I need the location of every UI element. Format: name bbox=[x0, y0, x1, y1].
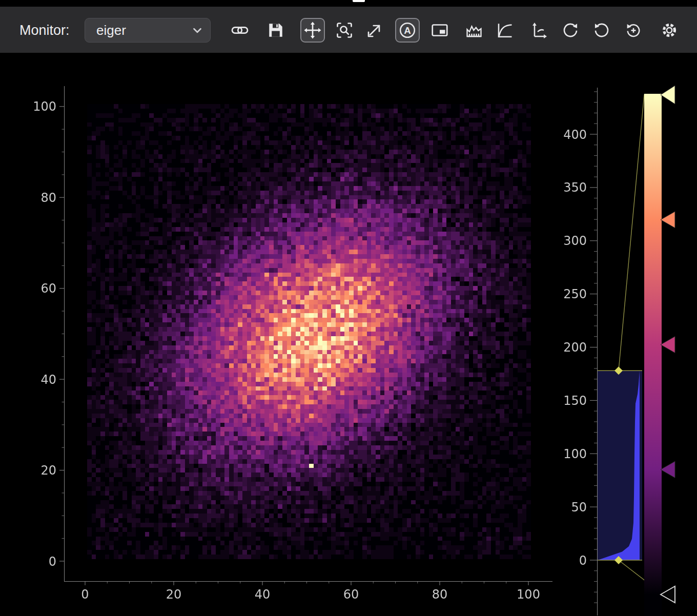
y-tick-label: 0 bbox=[49, 555, 56, 569]
gradient-tick[interactable] bbox=[661, 337, 675, 353]
x-tick-label: 100 bbox=[517, 587, 540, 602]
toolbar: Monitor: eiger A bbox=[0, 7, 697, 54]
auto-scale-button[interactable]: A bbox=[395, 18, 420, 43]
lut-gradient-bar[interactable] bbox=[644, 94, 662, 616]
link-button[interactable] bbox=[228, 18, 252, 43]
monitor-dropdown[interactable]: eiger bbox=[85, 18, 211, 43]
frame-button[interactable] bbox=[427, 18, 452, 43]
curve-button[interactable] bbox=[493, 18, 517, 43]
save-button[interactable] bbox=[263, 18, 288, 43]
gradient-tick[interactable] bbox=[661, 86, 675, 104]
window-top-strip bbox=[0, 0, 697, 7]
expand-button[interactable] bbox=[362, 18, 387, 43]
svg-text:A: A bbox=[404, 25, 411, 36]
x-tick-label: 80 bbox=[432, 587, 448, 602]
lut-tick-label: 200 bbox=[563, 340, 587, 355]
top-accent-line bbox=[353, 0, 365, 2]
lut-tick-label: 150 bbox=[563, 394, 587, 408]
gradient-tick[interactable] bbox=[661, 212, 675, 228]
pan-button[interactable] bbox=[300, 18, 325, 43]
zoom-region-button[interactable] bbox=[332, 18, 357, 43]
rotate-add-button[interactable] bbox=[621, 18, 646, 43]
x-tick-label: 60 bbox=[343, 587, 359, 602]
plot-overlay: 0204060801000204060801000501001502002503… bbox=[0, 0, 697, 616]
y-tick-label: 80 bbox=[40, 191, 56, 205]
chevron-down-icon bbox=[191, 24, 204, 37]
axes-button[interactable] bbox=[527, 18, 551, 43]
auto-levels-icon: A bbox=[398, 21, 417, 39]
histogram-button[interactable] bbox=[462, 18, 486, 43]
lut-tick-label: 300 bbox=[563, 234, 587, 248]
gear-icon bbox=[660, 21, 679, 39]
rotate-cw-icon bbox=[561, 21, 580, 39]
lut-tick-label: 50 bbox=[571, 500, 587, 515]
y-tick-label: 20 bbox=[40, 463, 56, 478]
gradient-tick[interactable] bbox=[661, 461, 675, 478]
histogram-icon bbox=[465, 21, 483, 39]
axes-arrows-icon bbox=[530, 21, 548, 39]
monitor-dropdown-value: eiger bbox=[96, 23, 191, 38]
rotate-cw-button[interactable] bbox=[558, 18, 583, 43]
move-icon bbox=[303, 21, 322, 39]
rotate-plus-icon bbox=[624, 21, 643, 39]
log-curve-icon bbox=[496, 21, 514, 39]
monitor-label: Monitor: bbox=[19, 7, 70, 54]
x-tick-label: 20 bbox=[166, 587, 182, 602]
lut-tick-label: 250 bbox=[563, 287, 587, 301]
x-tick-label: 0 bbox=[81, 587, 89, 602]
lut-tick-label: 400 bbox=[563, 128, 587, 142]
y-tick-label: 100 bbox=[33, 99, 56, 114]
expand-diagonal-icon bbox=[365, 21, 384, 39]
rotate-ccw-icon bbox=[592, 21, 611, 39]
y-tick-label: 40 bbox=[40, 373, 56, 387]
zoom-region-icon bbox=[335, 21, 354, 39]
lut-tick-label: 350 bbox=[563, 180, 587, 195]
link-icon bbox=[231, 21, 249, 39]
gradient-tick[interactable] bbox=[661, 586, 675, 603]
x-tick-label: 40 bbox=[255, 587, 271, 602]
lut-tick-label: 0 bbox=[579, 553, 587, 568]
save-icon bbox=[266, 21, 285, 39]
rotate-ccw-button[interactable] bbox=[589, 18, 614, 43]
picture-in-picture-icon bbox=[430, 21, 449, 39]
settings-button[interactable] bbox=[657, 18, 682, 43]
lut-tick-label: 100 bbox=[563, 447, 587, 461]
y-tick-label: 60 bbox=[40, 281, 56, 296]
